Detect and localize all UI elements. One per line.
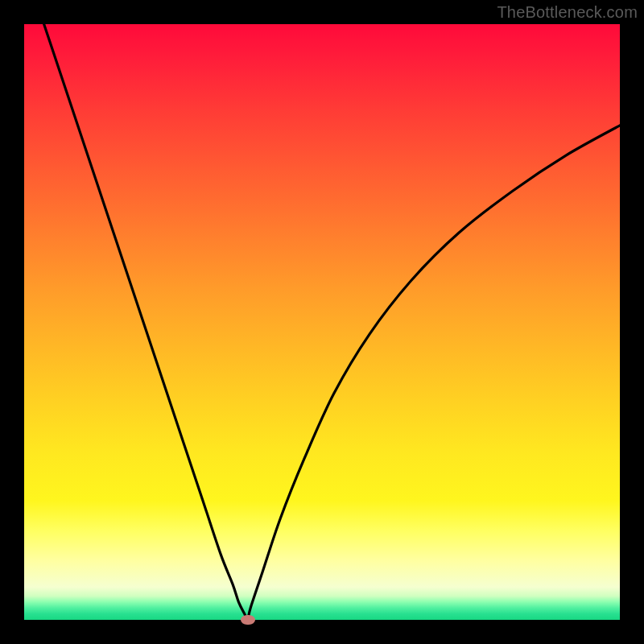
curve-layer: [24, 24, 620, 620]
chart-frame: TheBottleneck.com: [0, 0, 644, 644]
bottleneck-curve: [24, 0, 620, 620]
watermark-text: TheBottleneck.com: [497, 3, 638, 22]
plot-area: [24, 24, 620, 620]
optimal-marker: [241, 615, 255, 625]
